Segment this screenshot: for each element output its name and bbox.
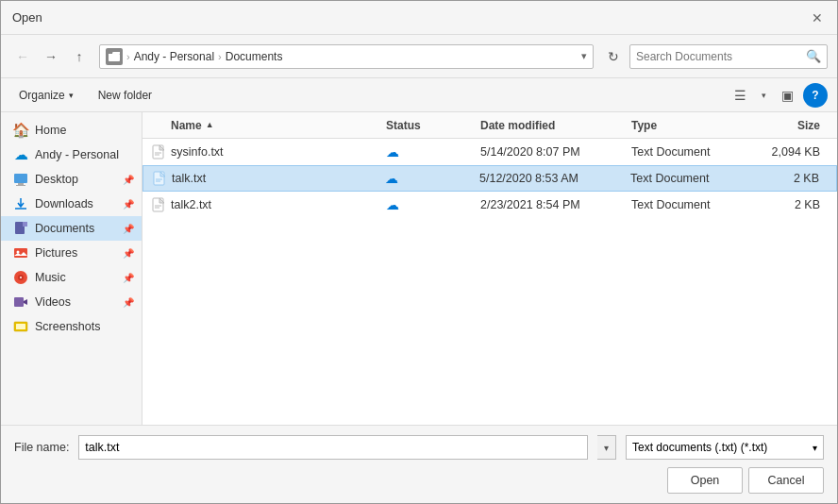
file-date: 5/12/2020 8:53 AM bbox=[479, 172, 630, 185]
file-status: ☁ bbox=[385, 171, 479, 186]
file-status: ☁ bbox=[386, 197, 480, 212]
sidebar-desktop-label: Desktop bbox=[35, 173, 78, 186]
file-status: ☁ bbox=[386, 144, 480, 160]
documents-pin-icon: 📌 bbox=[123, 224, 134, 234]
music-icon bbox=[12, 269, 29, 286]
col-header-status[interactable]: Status bbox=[386, 119, 480, 132]
file-type: Text Document bbox=[631, 198, 754, 211]
sidebar: 🏠 Home ☁ Andy - Personal Desktop 📌 bbox=[1, 112, 142, 425]
filetype-wrapper: Text documents (.txt) (*.txt) ▾ bbox=[626, 435, 824, 460]
open-button[interactable]: Open bbox=[667, 467, 743, 494]
sidebar-videos-label: Videos bbox=[35, 295, 71, 309]
file-icon bbox=[151, 170, 168, 187]
organize-dropdown-arrow: ▾ bbox=[69, 91, 74, 100]
sidebar-documents-label: Documents bbox=[35, 222, 94, 235]
table-row[interactable]: talk2.txt ☁ 2/23/2021 8:54 PM Text Docum… bbox=[142, 192, 837, 218]
sidebar-music-label: Music bbox=[35, 271, 66, 284]
sidebar-item-desktop[interactable]: Desktop 📌 bbox=[1, 167, 142, 192]
footer-buttons-row: Open Cancel bbox=[14, 467, 824, 494]
sidebar-item-andy-personal[interactable]: ☁ Andy - Personal bbox=[1, 143, 142, 167]
col-header-size[interactable]: Size bbox=[754, 119, 830, 132]
svg-rect-0 bbox=[109, 54, 120, 61]
main-content: 🏠 Home ☁ Andy - Personal Desktop 📌 bbox=[1, 112, 837, 425]
pictures-icon bbox=[12, 244, 29, 261]
close-button[interactable]: ✕ bbox=[809, 9, 826, 26]
file-size: 2 KB bbox=[753, 172, 829, 185]
file-icon bbox=[150, 196, 167, 213]
videos-icon bbox=[12, 294, 29, 311]
sidebar-item-home[interactable]: 🏠 Home bbox=[1, 118, 142, 143]
col-header-name[interactable]: Name ▲ bbox=[150, 119, 386, 132]
file-list-header: Name ▲ Status Date modified Type Size bbox=[142, 112, 837, 139]
sort-arrow: ▲ bbox=[206, 120, 214, 129]
svg-rect-5 bbox=[23, 222, 27, 227]
file-name: talk.txt bbox=[172, 172, 385, 185]
view-list-button[interactable]: ☰ bbox=[728, 83, 752, 108]
sidebar-pictures-label: Pictures bbox=[35, 246, 77, 260]
sidebar-item-documents[interactable]: Documents 📌 bbox=[1, 216, 142, 241]
filetype-label: Text documents (.txt) (*.txt) bbox=[632, 441, 767, 454]
sidebar-andy-label: Andy - Personal bbox=[35, 148, 119, 161]
pictures-pin-icon: 📌 bbox=[123, 248, 134, 259]
svg-rect-1 bbox=[14, 174, 27, 183]
breadcrumb-part1: Andy - Personal bbox=[134, 50, 214, 63]
desktop-icon bbox=[12, 171, 29, 188]
refresh-button[interactable]: ↻ bbox=[601, 44, 626, 69]
cancel-button[interactable]: Cancel bbox=[748, 467, 824, 494]
nav-bar: ← → ↑ › Andy - Personal › Documents ▾ ↻ … bbox=[1, 35, 837, 78]
forward-button[interactable]: → bbox=[39, 44, 63, 69]
sidebar-item-videos[interactable]: Videos 📌 bbox=[1, 290, 142, 314]
videos-pin-icon: 📌 bbox=[123, 297, 134, 308]
file-size: 2 KB bbox=[754, 198, 830, 211]
organize-button[interactable]: Organize ▾ bbox=[10, 85, 82, 106]
breadcrumb-bar[interactable]: › Andy - Personal › Documents ▾ bbox=[99, 44, 594, 69]
sidebar-item-downloads[interactable]: Downloads 📌 bbox=[1, 192, 142, 216]
svg-rect-6 bbox=[14, 248, 27, 258]
filetype-dropdown[interactable]: Text documents (.txt) (*.txt) ▾ bbox=[626, 435, 824, 460]
music-pin-icon: 📌 bbox=[123, 273, 134, 283]
toolbar: Organize ▾ New folder ☰ ▾ ▣ ? bbox=[1, 78, 837, 112]
svg-rect-11 bbox=[14, 297, 24, 307]
svg-point-10 bbox=[20, 277, 22, 278]
sidebar-home-label: Home bbox=[35, 124, 66, 137]
search-icon[interactable]: 🔍 bbox=[806, 49, 821, 63]
cloud-sync-icon: ☁ bbox=[385, 171, 398, 186]
footer-filename-row: File name: ▾ Text documents (.txt) (*.tx… bbox=[14, 435, 824, 460]
downloads-icon bbox=[12, 195, 29, 212]
sidebar-item-screenshots[interactable]: Screenshots bbox=[1, 314, 142, 339]
organize-label: Organize bbox=[19, 89, 65, 102]
table-row[interactable]: talk.txt ☁ 5/12/2020 8:53 AM Text Docume… bbox=[142, 165, 837, 192]
up-button[interactable]: ↑ bbox=[67, 44, 92, 69]
help-button[interactable]: ? bbox=[803, 83, 828, 108]
breadcrumb-folder-icon bbox=[106, 48, 123, 65]
filename-dropdown-button[interactable]: ▾ bbox=[597, 435, 616, 460]
svg-rect-14 bbox=[16, 324, 25, 329]
breadcrumb-sep2: › bbox=[218, 51, 222, 62]
desktop-pin-icon: 📌 bbox=[123, 175, 134, 185]
screenshots-icon bbox=[12, 318, 29, 335]
svg-rect-3 bbox=[16, 185, 25, 186]
file-name: sysinfo.txt bbox=[171, 145, 386, 159]
dialog-title: Open bbox=[12, 10, 42, 25]
new-folder-button[interactable]: New folder bbox=[90, 85, 160, 106]
filename-input[interactable] bbox=[78, 435, 588, 460]
table-row[interactable]: sysinfo.txt ☁ 5/14/2020 8:07 PM Text Doc… bbox=[142, 139, 837, 165]
breadcrumb-sep1: › bbox=[126, 51, 130, 62]
cloud-drive-icon: ☁ bbox=[12, 146, 29, 163]
file-icon bbox=[150, 143, 167, 160]
breadcrumb-dropdown-arrow[interactable]: ▾ bbox=[581, 50, 587, 62]
details-pane-button[interactable]: ▣ bbox=[775, 83, 799, 108]
back-button[interactable]: ← bbox=[10, 44, 35, 69]
search-input[interactable] bbox=[636, 50, 806, 63]
documents-icon bbox=[12, 220, 29, 237]
col-header-type[interactable]: Type bbox=[631, 119, 754, 132]
search-box: 🔍 bbox=[629, 44, 828, 69]
view-dropdown-button[interactable]: ▾ bbox=[756, 83, 771, 108]
sidebar-item-pictures[interactable]: Pictures 📌 bbox=[1, 241, 142, 265]
title-bar: Open ✕ bbox=[1, 1, 837, 35]
col-header-date[interactable]: Date modified bbox=[480, 119, 631, 132]
svg-marker-12 bbox=[24, 299, 27, 305]
sidebar-item-music[interactable]: Music 📌 bbox=[1, 265, 142, 290]
home-icon: 🏠 bbox=[12, 122, 29, 139]
file-type: Text Document bbox=[630, 172, 753, 185]
